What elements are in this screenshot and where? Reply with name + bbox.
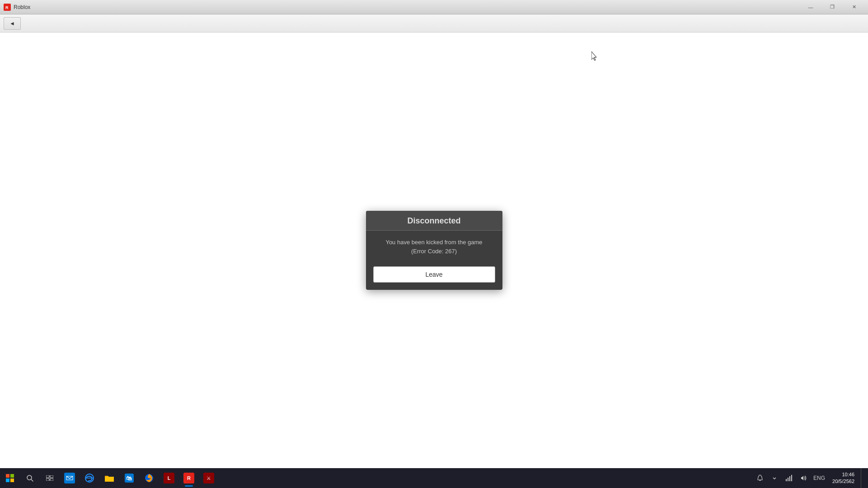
dialog-message-line2: (Error Code: 267): [411, 248, 457, 255]
taskbar-app-firefox[interactable]: [139, 468, 159, 488]
disconnected-dialog: Disconnected You have been kicked from t…: [366, 211, 502, 290]
taskbar-app-edge[interactable]: [80, 468, 99, 488]
svg-text:🛍: 🛍: [126, 475, 132, 482]
tray-chevron-icon[interactable]: [768, 468, 781, 488]
tray-notification-icon[interactable]: [754, 468, 766, 488]
tray-clock[interactable]: 10:46 20/5/2562: [829, 471, 858, 485]
dialog-message: You have been kicked from the game (Erro…: [375, 238, 493, 256]
task-view-button[interactable]: [40, 468, 60, 488]
svg-rect-18: [788, 478, 788, 481]
taskbar-app-redapp[interactable]: ⚔: [199, 468, 219, 488]
title-bar-left: R Roblox: [4, 4, 30, 11]
svg-rect-17: [786, 479, 787, 481]
taskbar-search-button[interactable]: [20, 468, 40, 488]
app-icon: R: [4, 4, 11, 11]
title-bar-controls: — ❐ ✕: [800, 0, 864, 14]
svg-rect-12: [105, 477, 114, 482]
taskbar-app-roblox[interactable]: R: [179, 468, 199, 488]
tray-language[interactable]: ENG: [812, 475, 827, 481]
window-title: Roblox: [14, 4, 30, 10]
tray-time: 10:46: [842, 471, 854, 478]
toolbar: ◄: [0, 14, 868, 33]
svg-rect-7: [50, 479, 53, 481]
tray-date: 20/5/2562: [832, 478, 854, 485]
taskbar-app-files[interactable]: [99, 468, 119, 488]
svg-rect-5: [50, 475, 53, 478]
tray-volume-icon[interactable]: [797, 468, 810, 488]
dialog-body: You have been kicked from the game (Erro…: [366, 231, 502, 263]
dialog-title: Disconnected: [407, 216, 460, 225]
svg-text:R: R: [5, 5, 9, 10]
taskbar-app-mail[interactable]: [60, 468, 80, 488]
svg-rect-19: [789, 476, 790, 481]
tray-network-icon[interactable]: [783, 468, 795, 488]
close-button[interactable]: ✕: [844, 0, 864, 14]
svg-rect-4: [46, 475, 49, 478]
main-content: Disconnected You have been kicked from t…: [0, 33, 868, 468]
taskbar: 🛍 L R ⚔: [0, 468, 868, 488]
taskbar-apps: 🛍 L R ⚔: [60, 468, 750, 488]
dialog-button-area: Leave: [366, 263, 502, 290]
mouse-cursor: [591, 51, 597, 60]
dialog-message-line1: You have been kicked from the game: [385, 239, 482, 246]
svg-rect-6: [46, 479, 49, 481]
minimize-button[interactable]: —: [800, 0, 821, 14]
svg-rect-20: [791, 475, 792, 481]
back-button[interactable]: ◄: [4, 17, 21, 30]
show-desktop-button[interactable]: [861, 468, 864, 488]
leave-button[interactable]: Leave: [373, 266, 495, 283]
restore-button[interactable]: ❐: [822, 0, 843, 14]
taskbar-app-lineage[interactable]: L: [159, 468, 179, 488]
taskbar-app-store[interactable]: 🛍: [119, 468, 139, 488]
dialog-header: Disconnected: [366, 211, 502, 231]
title-bar: R Roblox — ❐ ✕: [0, 0, 868, 14]
svg-line-3: [31, 479, 33, 481]
start-button[interactable]: [0, 468, 20, 488]
taskbar-tray: ENG 10:46 20/5/2562: [750, 468, 868, 488]
